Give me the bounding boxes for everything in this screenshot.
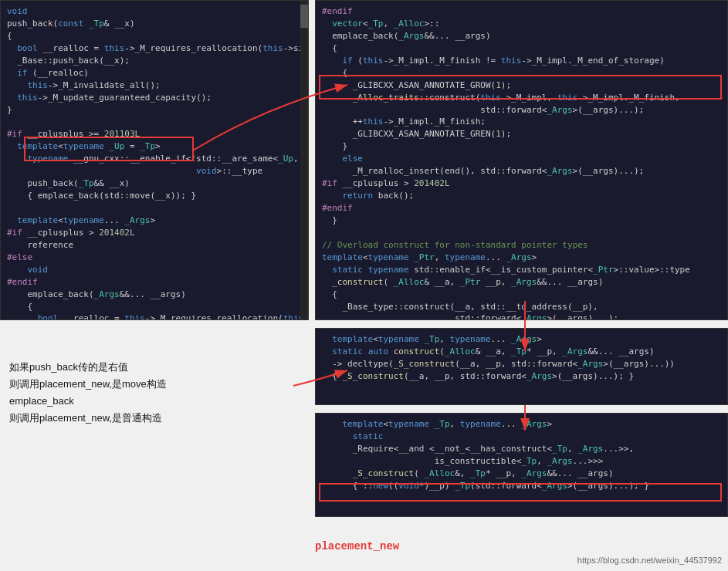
annotation-line3: emplace_back bbox=[9, 393, 167, 410]
annotation-line4: 则调用placement_new,是普通构造 bbox=[9, 410, 167, 427]
code-panel-top-left: void push_back(const _Tp& __x) { bool __… bbox=[0, 0, 309, 320]
placement-new-label: placement_new bbox=[315, 540, 399, 552]
code-panel-middle: template<typename _Tp, typename... _Args… bbox=[315, 328, 728, 405]
code-content-bottom: template<typename _Tp, typename... _Args… bbox=[316, 414, 727, 497]
watermark: https://blog.csdn.net/weixin_44537992 bbox=[577, 556, 722, 565]
annotation-line1: 如果push_back传的是右值 bbox=[9, 359, 167, 376]
annotation-text: 如果push_back传的是右值 则调用placement_new,是move构… bbox=[9, 359, 167, 427]
code-panel-bottom: template<typename _Tp, typename... _Args… bbox=[315, 413, 728, 517]
code-content-top-left: void push_back(const _Tp& __x) { bool __… bbox=[1, 1, 308, 320]
main-container: void push_back(const _Tp& __x) { bool __… bbox=[0, 0, 728, 571]
code-panel-top-right: #endif vector<_Tp, _Alloc>:: emplace_bac… bbox=[315, 0, 728, 320]
annotation-line2: 则调用placement_new,是move构造 bbox=[9, 376, 167, 393]
code-content-middle: template<typename _Tp, typename... _Args… bbox=[316, 329, 727, 387]
code-content-top-right: #endif vector<_Tp, _Alloc>:: emplace_bac… bbox=[316, 1, 727, 320]
